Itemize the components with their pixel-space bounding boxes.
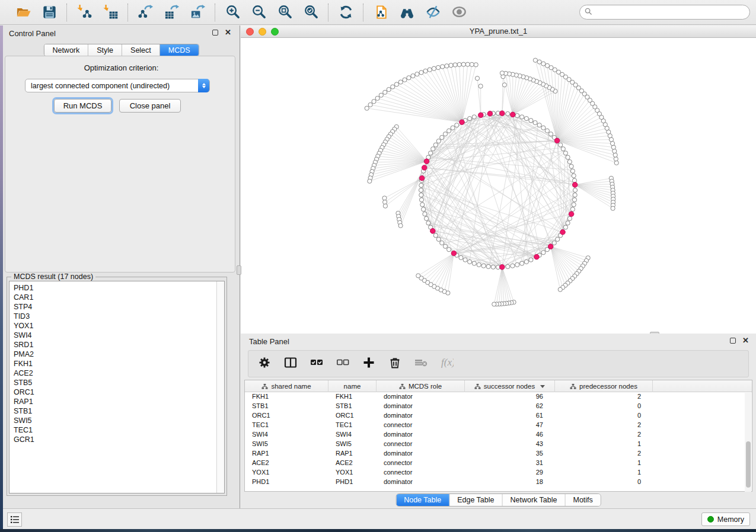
network-window-titlebar[interactable]: YPA_prune.txt_1 <box>241 25 756 38</box>
deselect-all-icon[interactable] <box>336 356 349 371</box>
table-row[interactable]: SWI5SWI5connector431 <box>245 440 752 449</box>
mcds-result-item[interactable]: SWI5 <box>14 416 224 425</box>
tab-select[interactable]: Select <box>122 44 160 56</box>
tab-mcds[interactable]: MCDS <box>160 44 199 56</box>
mcds-result-item[interactable]: PHD1 <box>14 283 224 293</box>
toolbar-group <box>67 4 127 21</box>
select-all-icon[interactable] <box>310 356 323 371</box>
table-row[interactable]: YOX1YOX1connector291 <box>245 468 752 477</box>
cell: connector <box>377 440 465 449</box>
tab-style[interactable]: Style <box>88 44 122 56</box>
column-header-shared-name[interactable]: shared name <box>245 380 328 392</box>
mcds-result-list[interactable]: PHD1CAR1STP4TID3YOX1SWI4SRD1PMA2FKH1ACE2… <box>9 281 225 493</box>
dropdown-value: largest connected component (undirected) <box>31 82 170 90</box>
network-graph[interactable] <box>241 38 756 334</box>
cell: dominator <box>377 411 465 421</box>
tab-node-table[interactable]: Node Table <box>396 494 449 506</box>
binoculars-icon[interactable] <box>398 4 416 21</box>
cell: PHD1 <box>328 477 377 487</box>
column-header-predecessor-nodes[interactable]: predecessor nodes <box>555 380 653 392</box>
tab-network-table[interactable]: Network Table <box>503 494 566 506</box>
import-network-icon[interactable] <box>75 4 93 21</box>
tab-network[interactable]: Network <box>44 44 88 56</box>
close-window-icon[interactable] <box>246 28 254 36</box>
delete-column-icon[interactable] <box>388 356 401 371</box>
columns-icon[interactable] <box>284 356 297 371</box>
cell: ORC1 <box>328 411 377 421</box>
run-mcds-button[interactable]: Run MCDS <box>54 99 111 113</box>
table-row[interactable]: STB1STB1dominator620 <box>245 402 752 411</box>
zoom-fit-icon[interactable] <box>276 4 294 21</box>
tab-motifs[interactable]: Motifs <box>565 494 600 506</box>
table-row[interactable]: FKH1FKH1dominator962 <box>245 392 752 402</box>
close-table-panel-icon[interactable]: ✕ <box>742 338 749 344</box>
mcds-result-item[interactable]: YOX1 <box>14 321 224 331</box>
table-row[interactable]: ORC1ORC1dominator610 <box>245 411 752 421</box>
network-from-selection-icon[interactable] <box>372 4 390 21</box>
result-list-scrollbar[interactable] <box>216 281 224 493</box>
mcds-result-item[interactable]: ACE2 <box>14 368 224 378</box>
search-input[interactable] <box>579 5 750 20</box>
cell: dominator <box>377 477 465 487</box>
cell: 47 <box>465 421 555 430</box>
add-column-icon[interactable] <box>362 356 375 371</box>
float-table-panel-icon[interactable] <box>730 338 736 344</box>
minimize-window-icon[interactable] <box>259 28 266 36</box>
mcds-result-item[interactable]: TEC1 <box>14 425 224 435</box>
mcds-result-item[interactable]: ORC1 <box>14 387 224 397</box>
mcds-result-item[interactable]: RAP1 <box>14 397 224 406</box>
cell: dominator <box>377 430 465 440</box>
control-panel: Control Panel ✕ NetworkStyleSelectMCDS O… <box>3 25 240 508</box>
mcds-result-item[interactable]: SWI4 <box>14 331 224 340</box>
optimization-criterion-dropdown[interactable]: largest connected component (undirected) <box>25 79 210 92</box>
hide-selected-icon[interactable] <box>424 4 442 21</box>
column-header-successor-nodes[interactable]: successor nodes <box>465 380 555 392</box>
export-table-icon[interactable] <box>162 4 180 21</box>
mcds-result-item[interactable]: TID3 <box>14 312 224 321</box>
table-row[interactable]: ACE2ACE2connector311 <box>245 459 752 468</box>
import-table-icon[interactable] <box>101 4 119 21</box>
task-history-button[interactable] <box>7 512 22 527</box>
mcds-result-item[interactable]: PMA2 <box>14 350 224 359</box>
vertical-splitter-handle[interactable] <box>237 265 241 275</box>
cell: SWI5 <box>328 440 377 449</box>
mcds-result-item[interactable]: FKH1 <box>14 359 224 368</box>
table-scrollbar-thumb[interactable] <box>746 441 751 488</box>
table-row[interactable]: PHD1PHD1dominator180 <box>245 477 752 487</box>
table-header-row: shared namenameMCDS rolesuccessor nodesp… <box>245 380 752 392</box>
column-header-MCDS-role[interactable]: MCDS role <box>377 380 465 392</box>
mcds-result-item[interactable]: STB1 <box>14 406 224 416</box>
dropdown-stepper-icon <box>198 79 209 92</box>
table-scrollbar[interactable] <box>745 393 751 492</box>
float-panel-icon[interactable] <box>212 30 218 36</box>
mcds-result-item[interactable]: CAR1 <box>14 293 224 302</box>
memory-label: Memory <box>717 515 744 524</box>
table-row[interactable]: TEC1TEC1connector472 <box>245 421 752 430</box>
table-row[interactable]: RAP1RAP1dominator352 <box>245 449 752 459</box>
export-network-icon[interactable] <box>136 4 154 21</box>
memory-button[interactable]: Memory <box>701 512 750 526</box>
close-panel-icon[interactable]: ✕ <box>225 30 231 36</box>
network-canvas[interactable] <box>241 38 756 334</box>
tab-edge-table[interactable]: Edge Table <box>449 494 502 506</box>
close-panel-button[interactable]: Close panel <box>119 99 181 113</box>
mcds-result-item[interactable]: SRD1 <box>14 340 224 350</box>
mcds-result-item[interactable]: GCR1 <box>14 435 224 444</box>
gear-icon[interactable] <box>258 356 271 371</box>
task-list-icon <box>10 515 20 524</box>
zoom-selected-icon[interactable] <box>302 4 320 21</box>
show-hidden-icon[interactable] <box>450 4 468 21</box>
zoom-out-icon[interactable] <box>250 4 267 21</box>
open-folder-icon[interactable] <box>14 4 32 21</box>
export-image-icon[interactable] <box>189 4 206 21</box>
zoom-in-icon[interactable] <box>224 4 241 21</box>
refresh-icon[interactable] <box>337 4 355 21</box>
mcds-result-item[interactable]: STP4 <box>14 302 224 312</box>
table-row[interactable]: SWI4SWI4dominator462 <box>245 430 752 440</box>
toolbar-group <box>328 4 363 21</box>
save-icon[interactable] <box>40 4 58 21</box>
memory-status-icon <box>707 516 714 523</box>
maximize-window-icon[interactable] <box>271 28 279 36</box>
mcds-result-item[interactable]: STB5 <box>14 378 224 387</box>
column-header-name[interactable]: name <box>328 380 377 392</box>
